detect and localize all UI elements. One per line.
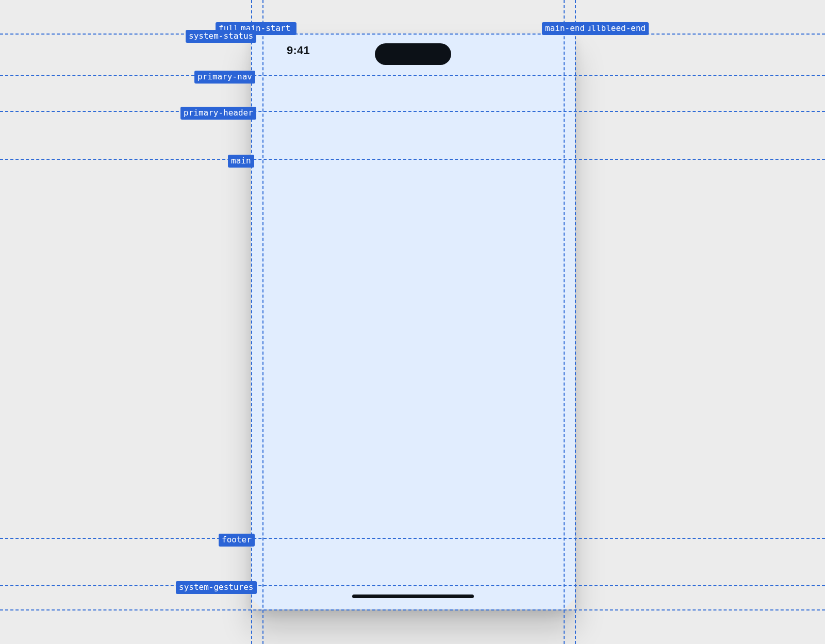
phone-frame: 9:41	[251, 34, 575, 609]
hguide-bottom	[0, 609, 825, 610]
phone-corner-bottom-left	[251, 598, 262, 609]
vguide-fullbleed-end	[575, 0, 576, 644]
guide-label-main-end: main-end	[542, 22, 588, 35]
guide-label-primary-header: primary-header	[180, 107, 256, 120]
guide-label-main: main	[228, 155, 254, 168]
guide-label-primary-nav: primary-nav	[194, 71, 255, 84]
status-time: 9:41	[287, 44, 310, 57]
guide-label-system-status: system-status	[186, 30, 256, 43]
phone-corner-bottom-right	[564, 598, 575, 609]
guide-label-footer: footer	[219, 534, 255, 547]
guide-label-system-gestures: system-gestures	[176, 581, 257, 594]
layout-grid-diagram: 9:41 fullbleed-startfullbleed-endmain-st…	[0, 0, 825, 644]
home-indicator	[352, 595, 474, 598]
guide-label-fullbleed-end: fullbleed-end	[578, 22, 649, 35]
dynamic-island	[375, 43, 451, 65]
